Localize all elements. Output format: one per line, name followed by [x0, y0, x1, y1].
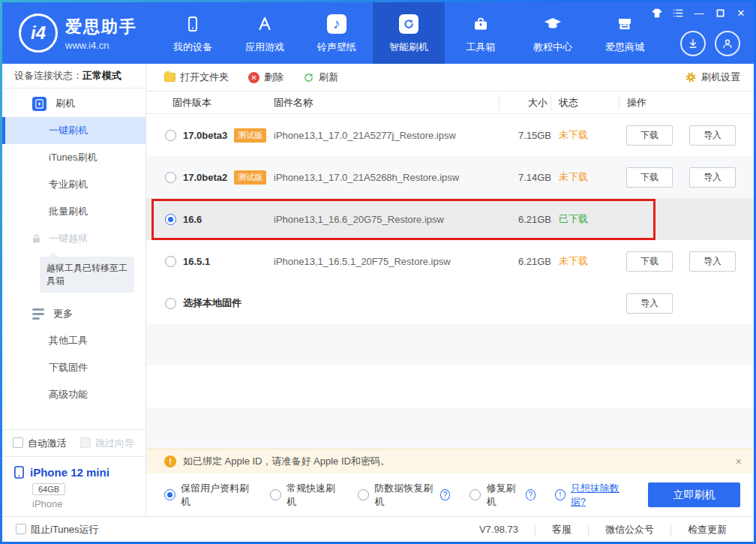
notice-close-icon[interactable]: ×: [736, 455, 742, 467]
firmware-size: 6.21GB: [499, 256, 551, 267]
minimize-button[interactable]: —: [691, 5, 707, 20]
option-anti-recovery[interactable]: 防数据恢复刷机?: [358, 482, 450, 509]
download-button[interactable]: 下载: [626, 125, 673, 146]
flash-now-button[interactable]: 立即刷机: [648, 482, 740, 507]
sidebar-item-download-firmware[interactable]: 下载固件: [2, 354, 146, 381]
firmware-row[interactable]: 选择本地固件导入: [146, 282, 754, 324]
download-manager-icon[interactable]: [680, 31, 706, 56]
jailbreak-moved-tooltip: 越狱工具已转移至工具箱: [40, 257, 134, 293]
refresh-button[interactable]: 刷新: [303, 71, 338, 84]
import-button[interactable]: 导入: [689, 251, 736, 272]
firmware-table: 17.0beta3测试版iPhone13,1_17.0_21A5277j_Res…: [146, 114, 754, 324]
sidebar-item-itunes-flash[interactable]: iTunes刷机: [2, 144, 146, 171]
device-info: iPhone 12 mini 64GB iPhone: [2, 456, 146, 516]
firmware-radio[interactable]: [165, 298, 176, 309]
sidebar-item-other-tools[interactable]: 其他工具: [2, 327, 146, 354]
main-menu-icon[interactable]: [670, 5, 686, 20]
sidebar-item-advanced[interactable]: 高级功能: [2, 381, 146, 408]
warning-icon: !: [164, 455, 176, 467]
firmware-radio[interactable]: [165, 214, 176, 225]
sidebar-menu: 刷机 一键刷机 iTunes刷机 专业刷机 批量刷机 一键越狱 越狱工具已转移至…: [2, 89, 146, 429]
nav-label: 工具箱: [466, 41, 496, 54]
firmware-filename: iPhone13,1_17.0_21A5268h_Restore.ipsw: [274, 172, 499, 183]
refresh-icon: [303, 72, 314, 83]
flash-settings-button[interactable]: 刷机设置: [685, 71, 740, 84]
firmware-radio[interactable]: [165, 172, 176, 183]
flash-mode-options: 保留用户资料刷机 常规快速刷机 防数据恢复刷机? 修复刷机? !只想抹除数据? …: [146, 473, 754, 516]
auto-activate-checkbox[interactable]: 自动激活: [13, 437, 67, 450]
help-icon[interactable]: ?: [526, 489, 536, 500]
user-account-icon[interactable]: [715, 31, 740, 56]
theme-skin-icon[interactable]: [649, 5, 665, 20]
nav-smart-flash[interactable]: 智能刷机: [373, 2, 445, 64]
checkbox-icon: [13, 437, 23, 448]
help-icon[interactable]: ?: [440, 489, 451, 500]
nav-ringtones-wallpapers[interactable]: ♪ 铃声壁纸: [301, 2, 373, 64]
wechat-official-link[interactable]: 微信公众号: [589, 523, 670, 536]
open-folder-button[interactable]: 打开文件夹: [164, 71, 229, 84]
col-size: 大小: [499, 95, 551, 111]
empty-rows-area: [146, 324, 754, 449]
firmware-radio[interactable]: [165, 256, 176, 267]
sidebar-item-onekey-flash[interactable]: 一键刷机: [2, 117, 146, 144]
import-button[interactable]: 导入: [626, 293, 673, 314]
firmware-row[interactable]: 17.0beta2测试版iPhone13,1_17.0_21A5268h_Res…: [146, 156, 754, 198]
nav-label: 应用游戏: [245, 41, 284, 54]
check-update-link[interactable]: 检查更新: [671, 523, 743, 536]
firmware-table-header: 固件版本 固件名称 大小 状态 操作: [146, 92, 754, 114]
nav-my-device[interactable]: 我的设备: [157, 2, 229, 64]
firmware-version: 选择本地固件: [183, 296, 242, 310]
firmware-row[interactable]: 17.0beta3测试版iPhone13,1_17.0_21A5277j_Res…: [146, 114, 754, 156]
firmware-status: 未下载: [551, 254, 619, 268]
app-version: V7.98.73: [463, 524, 535, 535]
sidebar-group-more[interactable]: 更多: [2, 300, 146, 327]
block-itunes-checkbox[interactable]: 阻止iTunes运行: [16, 523, 99, 536]
apple-id-notice: ! 如已绑定 Apple ID，请准备好 Apple ID和密码。 ×: [146, 449, 754, 473]
graduation-cap-icon: [543, 13, 562, 35]
lock-icon: [31, 233, 42, 245]
nav-tutorials[interactable]: 教程中心: [517, 2, 589, 64]
group-label: 更多: [53, 307, 73, 320]
firmware-actions: 下载导入: [619, 167, 754, 188]
nav-label: 爱思商城: [605, 41, 644, 54]
device-capacity-badge: 64GB: [32, 483, 65, 495]
option-keep-user-data[interactable]: 保留用户资料刷机: [164, 482, 250, 509]
download-button[interactable]: 下载: [626, 167, 673, 188]
sidebar-item-jailbreak: 一键越狱: [2, 225, 146, 252]
erase-data-link[interactable]: 只想抹除数据?: [571, 482, 628, 509]
col-status: 状态: [551, 96, 619, 110]
music-note-icon: ♪: [327, 13, 346, 35]
sidebar-item-batch-flash[interactable]: 批量刷机: [2, 198, 146, 225]
download-button[interactable]: 下载: [626, 251, 673, 272]
checkbox-icon: [16, 524, 26, 534]
flash-phone-icon: [32, 97, 46, 111]
option-repair-flash[interactable]: 修复刷机?: [470, 482, 536, 509]
window-controls: — ✕: [649, 5, 749, 20]
storefront-icon: [616, 13, 634, 35]
nav-label: 智能刷机: [389, 41, 428, 54]
sidebar-group-flash[interactable]: 刷机: [2, 90, 146, 117]
alert-icon: !: [555, 489, 566, 500]
delete-button[interactable]: ✕删除: [248, 71, 284, 84]
customer-support-link[interactable]: 客服: [536, 523, 588, 536]
beta-badge: 测试版: [234, 128, 266, 143]
radio-icon: [358, 489, 369, 500]
close-button[interactable]: ✕: [733, 5, 749, 20]
option-normal-fast[interactable]: 常规快速刷机: [270, 482, 338, 509]
maximize-button[interactable]: [712, 5, 728, 20]
firmware-filename: iPhone13,1_16.6_20G75_Restore.ipsw: [274, 214, 499, 225]
firmware-row[interactable]: 16.5.1iPhone13,1_16.5.1_20F75_Restore.ip…: [146, 240, 754, 282]
import-button[interactable]: 导入: [689, 125, 736, 146]
nav-apps-games[interactable]: 应用游戏: [229, 2, 301, 64]
firmware-row[interactable]: 16.6iPhone13,1_16.6_20G75_Restore.ipsw6.…: [146, 198, 754, 240]
firmware-size: 7.14GB: [499, 172, 551, 183]
radio-icon: [470, 489, 481, 500]
device-type: iPhone: [14, 498, 146, 509]
appstore-icon: [256, 13, 274, 35]
nav-toolbox[interactable]: 工具箱: [445, 2, 517, 64]
firmware-status: 已下载: [551, 212, 619, 226]
firmware-status: 未下载: [551, 128, 619, 142]
firmware-radio[interactable]: [165, 130, 176, 141]
import-button[interactable]: 导入: [689, 167, 736, 188]
sidebar-item-pro-flash[interactable]: 专业刷机: [2, 171, 146, 198]
